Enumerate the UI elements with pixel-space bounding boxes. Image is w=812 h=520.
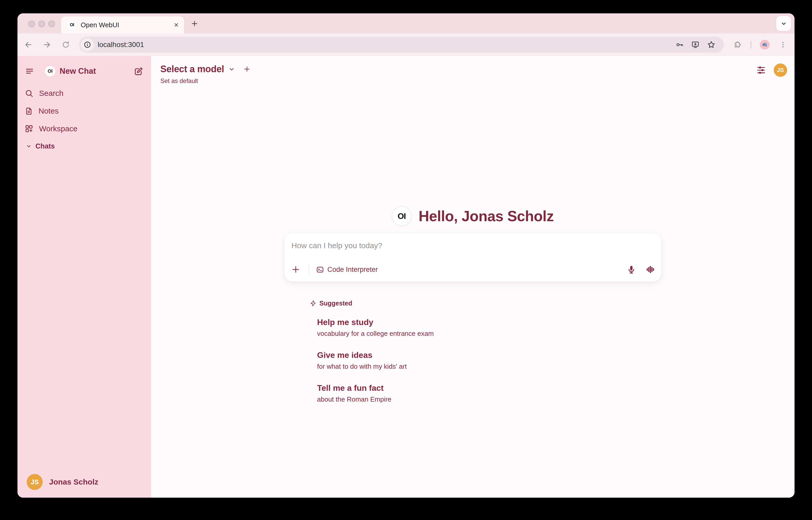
sidebar-item-label: Workspace — [39, 124, 78, 133]
sidebar-toggle-icon[interactable] — [25, 67, 34, 76]
toolbar-separator — [751, 41, 751, 49]
new-chat-button[interactable]: New Chat — [60, 67, 96, 76]
message-input[interactable]: How can I help you today? — [291, 241, 654, 250]
address-bar[interactable]: localhost:3001 — [79, 37, 724, 53]
new-chat-edit-icon[interactable] — [134, 67, 143, 76]
bolt-icon — [310, 300, 317, 307]
tab-title: Open WebUI — [81, 21, 169, 29]
suggested-prompt-title: Help me study — [317, 317, 434, 327]
tab-search-chevron-button[interactable] — [776, 16, 791, 31]
terminal-icon — [316, 266, 324, 274]
sidebar-section-label: Chats — [35, 142, 55, 150]
zoom-window-button[interactable] — [48, 21, 55, 27]
url-text: localhost:3001 — [98, 41, 144, 49]
suggested-label: Suggested — [319, 300, 352, 307]
reload-icon[interactable] — [60, 39, 72, 50]
sidebar-section-chats[interactable]: Chats — [18, 137, 151, 155]
suggested-prompt[interactable]: Give me ideas for what to do with my kid… — [317, 350, 434, 371]
microphone-icon[interactable] — [627, 265, 636, 274]
browser-menu-kebab-icon[interactable] — [779, 41, 787, 48]
greeting-text: Hello, Jonas Scholz — [419, 208, 554, 225]
browser-toolbar: localhost:3001 — [18, 33, 794, 56]
main-panel: Select a model Set as default JS OI — [151, 56, 794, 498]
search-icon — [25, 89, 33, 98]
notes-document-icon — [25, 107, 33, 115]
browser-titlebar: OI Open WebUI — [18, 14, 794, 33]
window-controls — [28, 21, 55, 27]
close-window-button[interactable] — [28, 21, 35, 27]
minimize-window-button[interactable] — [38, 21, 45, 27]
workspace-squares-plus-icon — [25, 124, 33, 133]
set-default-link[interactable]: Set as default — [160, 77, 251, 84]
chevron-down-icon — [228, 66, 235, 73]
browser-tab[interactable]: OI Open WebUI — [61, 17, 184, 33]
attach-plus-icon[interactable] — [291, 265, 300, 274]
tab-close-icon[interactable] — [173, 22, 179, 28]
bookmark-star-icon[interactable] — [707, 40, 716, 49]
model-selector[interactable]: Select a model — [160, 63, 251, 75]
message-composer: How can I help you today? Code Interpret… — [285, 233, 661, 282]
forward-icon[interactable] — [42, 39, 53, 50]
site-info-icon[interactable] — [81, 38, 94, 51]
controls-sliders-icon[interactable] — [756, 65, 766, 75]
install-app-icon[interactable] — [691, 41, 700, 49]
sidebar-user-menu[interactable]: JS Jonas Scholz — [27, 474, 98, 490]
code-interpreter-toggle[interactable]: Code Interpreter — [316, 266, 378, 274]
suggested-prompt[interactable]: Help me study vocabulary for a college e… — [317, 317, 434, 338]
suggested-prompt-subtitle: vocabulary for a college entrance exam — [317, 329, 434, 338]
suggested-prompt-subtitle: about the Roman Empire — [317, 395, 434, 404]
suggested-prompt[interactable]: Tell me a fun fact about the Roman Empir… — [317, 383, 434, 404]
sidebar-item-label: Search — [39, 89, 63, 98]
back-icon[interactable] — [23, 39, 34, 50]
openwebui-logo: OI — [45, 66, 55, 76]
suggested-prompt-subtitle: for what to do with my kids' art — [317, 362, 434, 371]
browser-window: OI Open WebUI — [18, 14, 794, 498]
password-key-icon[interactable] — [676, 41, 684, 49]
sidebar-item-label: Notes — [38, 107, 59, 115]
suggested-prompt-title: Tell me a fun fact — [317, 383, 434, 393]
openwebui-logo-large: OI — [392, 206, 411, 226]
header-user-avatar[interactable]: JS — [774, 63, 787, 77]
browser-profile-avatar[interactable] — [760, 40, 769, 50]
sidebar-item-workspace[interactable]: Workspace — [18, 120, 151, 137]
sidebar: OI New Chat Search Notes — [18, 56, 151, 498]
voice-waveform-icon[interactable] — [646, 265, 655, 274]
openwebui-favicon: OI — [67, 20, 77, 30]
composer-divider — [309, 264, 309, 275]
add-model-button[interactable] — [243, 66, 251, 73]
user-name: Jonas Scholz — [49, 477, 98, 486]
code-interpreter-label: Code Interpreter — [328, 266, 378, 274]
user-avatar: JS — [27, 474, 43, 490]
extensions-puzzle-icon[interactable] — [733, 41, 741, 49]
sidebar-item-search[interactable]: Search — [18, 84, 151, 102]
new-tab-button[interactable] — [191, 20, 199, 27]
suggested-section: Suggested Help me study vocabulary for a… — [310, 299, 434, 404]
chevron-down-icon — [26, 143, 32, 149]
model-selector-label: Select a model — [160, 64, 224, 75]
suggested-prompt-title: Give me ideas — [317, 350, 434, 360]
sidebar-item-notes[interactable]: Notes — [18, 102, 151, 120]
